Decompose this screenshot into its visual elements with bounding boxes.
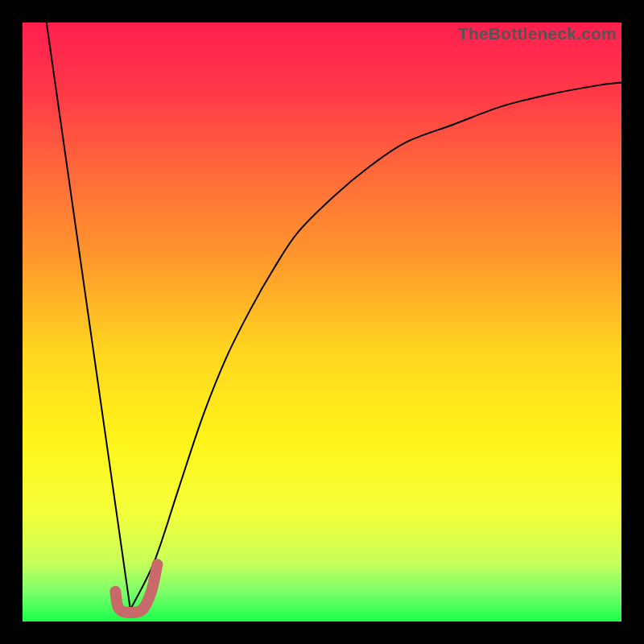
chart-background [23,23,621,621]
watermark-text: TheBottleneck.com [458,24,617,43]
chart-plot-area: TheBottleneck.com [23,23,621,621]
chart-frame: TheBottleneck.com [0,0,644,644]
chart-svg [23,23,621,621]
